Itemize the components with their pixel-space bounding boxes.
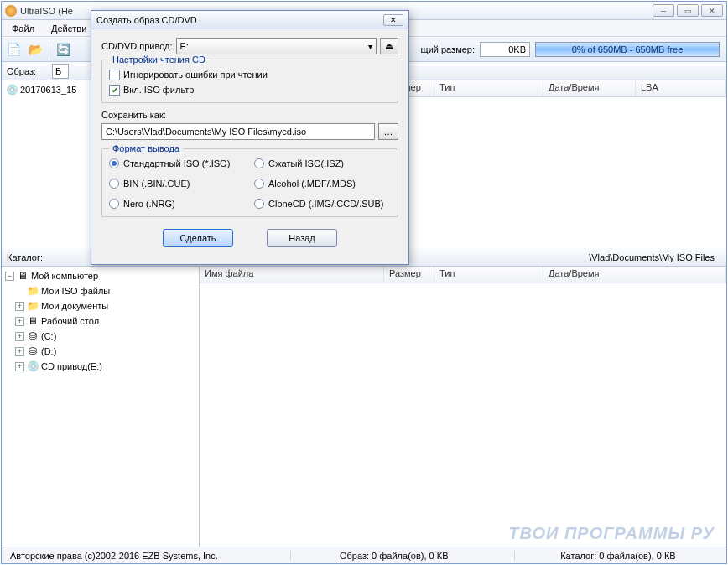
read-settings-group: Настройки чтения CD Игнорировать ошибки … bbox=[101, 60, 398, 103]
tree-item[interactable]: +⛁(C:) bbox=[3, 329, 197, 344]
refresh-icon[interactable]: 🔄 bbox=[55, 41, 71, 58]
image-label: Образ: bbox=[7, 66, 49, 76]
new-icon[interactable]: 📄 bbox=[5, 41, 22, 58]
expander-icon[interactable]: − bbox=[5, 272, 14, 281]
col-filename2[interactable]: Имя файла bbox=[200, 267, 384, 282]
app-icon bbox=[5, 5, 17, 17]
close-button[interactable]: ✕ bbox=[701, 4, 723, 17]
toolbar-separator bbox=[49, 41, 49, 58]
back-button[interactable]: Назад bbox=[267, 229, 337, 247]
fmt-iso-radio[interactable]: Стандартный ISO (*.ISO) bbox=[109, 156, 246, 171]
col-type[interactable]: Тип bbox=[434, 80, 543, 96]
minimize-button[interactable]: ─ bbox=[653, 4, 674, 17]
folder-icon: 🖥 bbox=[26, 315, 39, 327]
status-copyright: Авторские права (c)2002-2016 EZB Systems… bbox=[7, 551, 273, 561]
browse-button[interactable]: … bbox=[378, 123, 398, 140]
col-datetime[interactable]: Дата/Время bbox=[543, 80, 636, 96]
lower-list-header: Имя файла Размер Тип Дата/Время bbox=[200, 267, 726, 283]
statusbar: Авторские права (c)2002-2016 EZB Systems… bbox=[2, 547, 726, 563]
save-as-label: Сохранить как: bbox=[101, 110, 398, 120]
dialog-title: Создать образ CD/DVD bbox=[96, 15, 197, 25]
folder-icon: ⛁ bbox=[26, 345, 39, 357]
tree-root-label: 20170613_15 bbox=[20, 85, 76, 95]
tree-item[interactable]: +💿CD привод(E:) bbox=[3, 359, 197, 374]
col-size2[interactable]: Размер bbox=[384, 267, 434, 282]
ignore-errors-label: Игнорировать ошибки при чтении bbox=[123, 70, 268, 80]
tree-item[interactable]: +⛁(D:) bbox=[3, 344, 197, 359]
expander-icon[interactable] bbox=[15, 287, 24, 296]
folder-icon: 📁 bbox=[26, 300, 39, 312]
lower-list-pane: Имя файла Размер Тип Дата/Время bbox=[200, 267, 726, 547]
total-size-label: щий размер: bbox=[421, 44, 475, 54]
col-type2[interactable]: Тип bbox=[434, 267, 543, 282]
menu-actions[interactable]: Действи bbox=[46, 22, 91, 35]
folder-icon: ⛁ bbox=[26, 330, 39, 342]
dialog-titlebar[interactable]: Создать образ CD/DVD ✕ bbox=[91, 11, 408, 29]
drive-combo[interactable]: E: bbox=[176, 38, 377, 54]
lower-list-body[interactable] bbox=[200, 283, 726, 547]
radio-icon bbox=[254, 158, 264, 168]
read-settings-legend: Настройки чтения CD bbox=[109, 54, 209, 65]
radio-icon bbox=[109, 199, 119, 209]
col-lba[interactable]: LBA bbox=[636, 80, 726, 96]
save-path-input[interactable]: C:\Users\Vlad\Documents\My ISO Files\myc… bbox=[101, 123, 375, 140]
expander-icon[interactable]: + bbox=[15, 332, 24, 341]
status-catalog: Каталог: 0 файла(ов), 0 КВ bbox=[514, 551, 721, 561]
open-icon[interactable]: 📂 bbox=[27, 41, 44, 58]
computer-icon: 🖥 bbox=[16, 270, 29, 282]
expander-icon[interactable]: + bbox=[15, 302, 24, 311]
fmt-mdf-radio[interactable]: Alcohol (.MDF/.MDS) bbox=[254, 176, 391, 191]
create-image-dialog: Создать образ CD/DVD ✕ CD/DVD привод: E:… bbox=[91, 10, 409, 265]
checkbox-icon-checked: ✔ bbox=[109, 85, 120, 96]
dialog-close-button[interactable]: ✕ bbox=[383, 14, 403, 26]
iso-filter-checkbox[interactable]: ✔ Вкл. ISO фильтр bbox=[109, 82, 391, 97]
iso-filter-label: Вкл. ISO фильтр bbox=[123, 85, 194, 95]
fmt-bin-radio[interactable]: BIN (.BIN/.CUE) bbox=[109, 176, 246, 191]
menu-file[interactable]: Файл bbox=[7, 22, 39, 35]
col-datetime2[interactable]: Дата/Время bbox=[543, 267, 726, 282]
fmt-ccd-radio[interactable]: CloneCD (.IMG/.CCD/.SUB) bbox=[254, 196, 391, 211]
expander-icon[interactable]: + bbox=[15, 347, 24, 356]
tree-item[interactable]: 📁Мои ISO файлы bbox=[3, 283, 197, 298]
eject-button[interactable]: ⏏ bbox=[380, 38, 398, 54]
eject-icon: ⏏ bbox=[385, 41, 393, 52]
radio-icon bbox=[109, 179, 119, 189]
status-image: Образ: 0 файла(ов), 0 КВ bbox=[290, 551, 497, 561]
radio-icon bbox=[109, 158, 119, 168]
expander-icon[interactable]: + bbox=[15, 362, 24, 371]
catalog-label: Каталог: bbox=[7, 252, 49, 262]
fmt-isz-radio[interactable]: Сжатый ISO(.ISZ) bbox=[254, 156, 391, 171]
radio-icon bbox=[254, 179, 264, 189]
fmt-nrg-radio[interactable]: Nero (.NRG) bbox=[109, 196, 246, 211]
lower-tree-pane: −🖥Мой компьютер📁Мои ISO файлы+📁Мои докум… bbox=[2, 267, 200, 547]
image-field[interactable]: Б bbox=[52, 64, 69, 79]
ignore-errors-checkbox[interactable]: Игнорировать ошибки при чтении bbox=[109, 67, 391, 82]
tree-item[interactable]: +🖥Рабочий стол bbox=[3, 314, 197, 329]
radio-icon bbox=[254, 199, 264, 209]
disc-icon: 💿 bbox=[5, 84, 18, 96]
drive-label: CD/DVD привод: bbox=[101, 41, 173, 51]
output-format-group: Формат вывода Стандартный ISO (*.ISO) Сж… bbox=[101, 148, 398, 217]
window-title: UltraISO (Не bbox=[20, 6, 73, 16]
folder-icon: 📁 bbox=[26, 285, 39, 297]
size-progress[interactable]: 0% of 650MB - 650MB free bbox=[535, 42, 720, 57]
tree-item[interactable]: +📁Мои документы bbox=[3, 298, 197, 314]
expander-icon[interactable]: + bbox=[15, 317, 24, 326]
maximize-button[interactable]: ▭ bbox=[677, 4, 699, 17]
folder-icon: 💿 bbox=[26, 360, 39, 372]
output-format-legend: Формат вывода bbox=[109, 143, 183, 153]
checkbox-icon bbox=[109, 70, 120, 80]
make-button[interactable]: Сделать bbox=[163, 229, 233, 247]
total-size-value: 0KB bbox=[480, 42, 530, 57]
tree-my-computer[interactable]: −🖥Мой компьютер bbox=[3, 268, 197, 283]
